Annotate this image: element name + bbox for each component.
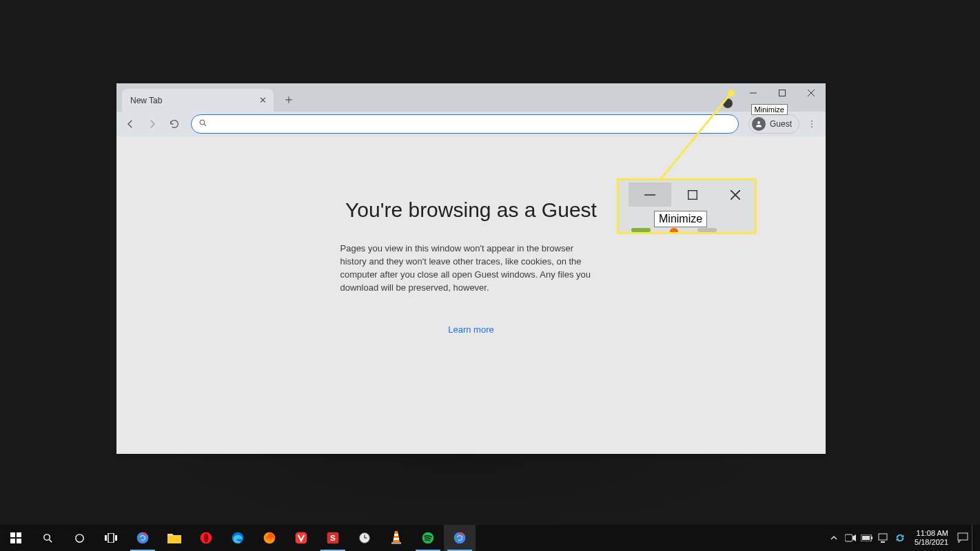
svg-point-46 <box>458 536 462 540</box>
svg-point-7 <box>811 121 813 122</box>
svg-point-31 <box>204 533 209 542</box>
svg-line-5 <box>204 124 206 126</box>
address-bar[interactable] <box>191 114 739 134</box>
learn-more-link[interactable]: Learn more <box>448 324 493 335</box>
page-description: Pages you view in this window won't appe… <box>340 242 602 294</box>
svg-point-9 <box>811 126 813 127</box>
svg-rect-40 <box>394 534 398 536</box>
svg-point-20 <box>43 534 50 540</box>
svg-rect-41 <box>394 538 399 540</box>
close-tab-icon[interactable]: ✕ <box>259 95 267 105</box>
window-shadow <box>131 454 796 537</box>
zoom-close-button <box>714 183 757 207</box>
search-button[interactable] <box>32 525 63 551</box>
taskbar-clock-app-icon[interactable] <box>349 525 380 551</box>
search-icon <box>198 118 207 130</box>
guest-avatar-icon <box>752 117 766 131</box>
tray-chevron-up-icon[interactable] <box>826 525 841 551</box>
start-button[interactable] <box>0 525 32 551</box>
taskbar-vivaldi-icon[interactable] <box>285 525 317 551</box>
taskbar-opera-icon[interactable] <box>190 525 222 551</box>
new-tab-button[interactable]: ＋ <box>279 90 298 109</box>
close-window-button[interactable] <box>797 83 826 103</box>
action-center-button[interactable] <box>955 525 970 551</box>
browser-tab[interactable]: New Tab ✕ <box>122 89 274 112</box>
svg-line-21 <box>49 539 52 542</box>
minimize-tooltip: Minimize <box>751 104 788 115</box>
svg-rect-42 <box>391 542 401 544</box>
tray-sync-icon[interactable] <box>892 525 908 551</box>
taskbar-file-explorer-icon[interactable] <box>159 525 190 551</box>
taskbar-chrome-guest-icon[interactable] <box>444 525 476 551</box>
svg-rect-25 <box>115 535 117 541</box>
tab-title: New Tab <box>130 96 162 105</box>
svg-point-8 <box>811 123 813 125</box>
address-input[interactable] <box>213 119 731 129</box>
svg-point-4 <box>200 120 205 125</box>
svg-rect-18 <box>10 539 15 543</box>
task-view-button[interactable] <box>95 525 127 551</box>
reload-button[interactable] <box>165 114 184 134</box>
clock-time: 11:08 AM <box>915 529 948 538</box>
svg-rect-23 <box>105 535 107 541</box>
zoom-maximize-button <box>671 183 714 207</box>
svg-rect-24 <box>108 533 114 543</box>
taskbar-firefox-icon[interactable] <box>254 525 285 551</box>
svg-point-6 <box>757 121 760 124</box>
taskbar-vlc-icon[interactable] <box>380 525 412 551</box>
svg-rect-29 <box>167 536 181 543</box>
taskbar-clock[interactable]: 11:08 AM 5/18/2021 <box>909 529 954 547</box>
taskbar-chrome-icon[interactable] <box>127 525 159 551</box>
page-heading: You're browsing as a Guest <box>345 198 597 222</box>
svg-rect-47 <box>845 534 853 541</box>
zoom-tooltip: Minimize <box>654 211 707 227</box>
taskbar-snagit-icon[interactable]: S <box>317 525 349 551</box>
annotation-callout: Minimize <box>617 178 757 234</box>
show-desktop-button[interactable] <box>972 525 976 551</box>
guest-label: Guest <box>770 119 792 129</box>
back-button[interactable] <box>121 114 140 134</box>
forward-button[interactable] <box>143 114 162 134</box>
tray-meet-now-icon[interactable] <box>843 525 858 551</box>
toolbar: Guest <box>116 112 826 136</box>
svg-text:S: S <box>330 533 336 542</box>
svg-rect-17 <box>17 532 21 537</box>
svg-rect-51 <box>879 534 887 540</box>
svg-rect-50 <box>862 536 870 540</box>
menu-button[interactable] <box>802 114 821 134</box>
chrome-browser-window: New Tab ✕ ＋ Minimize <box>116 83 826 454</box>
clock-date: 5/18/2021 <box>915 538 948 547</box>
tray-battery-icon[interactable] <box>859 525 875 551</box>
svg-rect-16 <box>10 532 15 537</box>
tab-bar: New Tab ✕ ＋ Minimize <box>116 83 826 112</box>
minimize-button[interactable] <box>739 83 768 103</box>
svg-rect-49 <box>871 537 872 539</box>
zoom-minimize-button <box>629 183 671 207</box>
svg-point-22 <box>75 534 83 541</box>
svg-rect-1 <box>779 90 786 96</box>
svg-rect-53 <box>958 533 968 540</box>
profile-marker-icon[interactable] <box>723 98 733 108</box>
window-controls <box>739 83 826 103</box>
svg-rect-52 <box>881 541 885 543</box>
maximize-button[interactable] <box>768 83 797 103</box>
windows-taskbar: S 1 <box>0 525 980 551</box>
cortana-button[interactable] <box>63 525 95 551</box>
tray-network-icon[interactable] <box>876 525 891 551</box>
taskbar-edge-icon[interactable] <box>222 525 254 551</box>
guest-profile-button[interactable]: Guest <box>748 114 799 134</box>
svg-point-28 <box>141 536 145 540</box>
taskbar-spotify-icon[interactable] <box>412 525 444 551</box>
svg-rect-19 <box>17 539 21 543</box>
svg-rect-13 <box>688 190 697 199</box>
